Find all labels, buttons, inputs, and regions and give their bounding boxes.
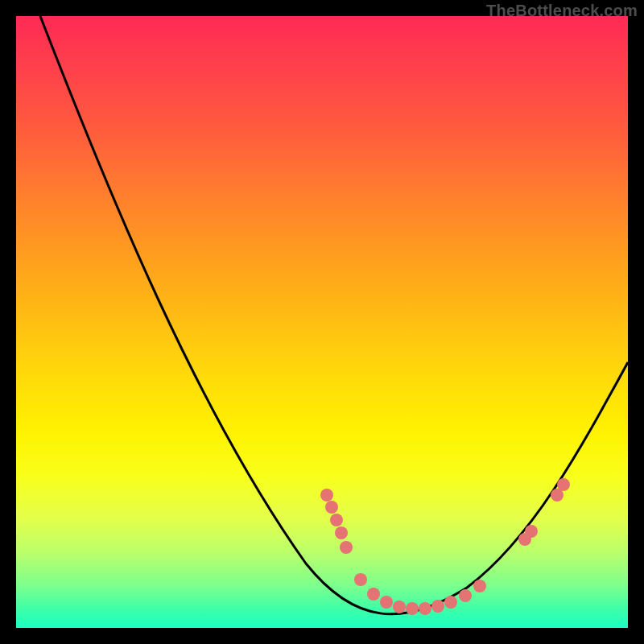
- data-marker: [557, 478, 570, 491]
- data-marker: [444, 596, 457, 609]
- plot-area: [16, 16, 628, 628]
- marker-group: [320, 478, 570, 615]
- data-marker: [330, 514, 343, 526]
- data-marker: [459, 589, 472, 602]
- data-marker: [325, 501, 338, 514]
- data-marker: [419, 602, 431, 615]
- data-marker: [393, 601, 406, 613]
- data-marker: [473, 580, 486, 592]
- chart-svg: [16, 16, 628, 628]
- data-marker: [340, 541, 353, 554]
- data-marker: [525, 525, 538, 538]
- data-marker: [335, 526, 348, 539]
- data-marker: [367, 588, 380, 601]
- data-marker: [354, 573, 367, 586]
- data-marker: [406, 602, 419, 615]
- data-marker: [380, 596, 393, 609]
- data-marker: [320, 489, 333, 502]
- data-marker: [431, 600, 444, 613]
- chart-stage: TheBottleneck.com: [0, 0, 644, 644]
